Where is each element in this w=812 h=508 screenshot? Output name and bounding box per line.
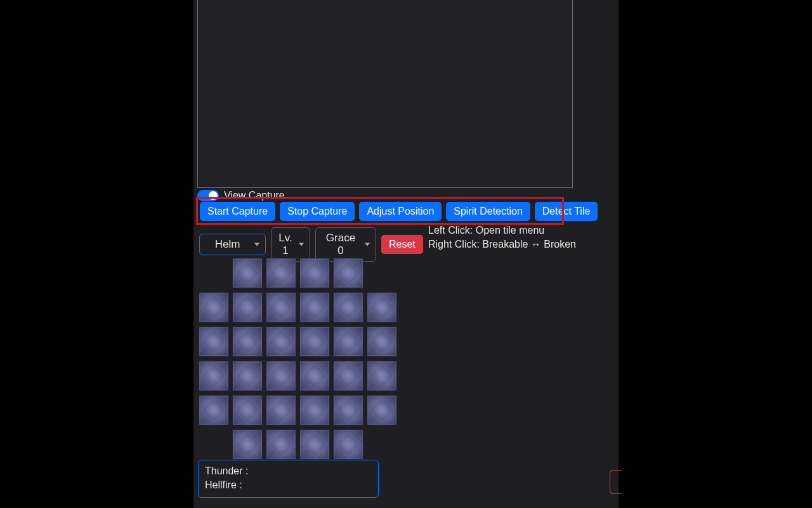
- tile[interactable]: [333, 326, 363, 357]
- spirit-detection-button[interactable]: Spirit Detection: [446, 202, 530, 221]
- tile-row: [199, 361, 400, 391]
- tile-row: [199, 429, 400, 460]
- tile[interactable]: [299, 258, 330, 288]
- status-box: Thunder : Hellfire :: [198, 460, 379, 498]
- capture-preview: [197, 0, 573, 188]
- tile-row: [199, 258, 400, 288]
- tile[interactable]: [266, 292, 296, 323]
- help-left-click: Left Click: Open tile menu: [428, 224, 576, 237]
- tile-row: [199, 326, 400, 357]
- detect-tile-button[interactable]: Detect Tile: [535, 202, 598, 221]
- tile[interactable]: [299, 429, 330, 460]
- tile[interactable]: [333, 429, 363, 460]
- start-capture-button[interactable]: Start Capture: [200, 202, 275, 221]
- tile[interactable]: [232, 258, 263, 288]
- reset-button[interactable]: Reset: [381, 235, 423, 254]
- tile[interactable]: [199, 326, 229, 357]
- tile[interactable]: [367, 326, 397, 357]
- tile[interactable]: [299, 326, 330, 357]
- tile[interactable]: [199, 361, 229, 391]
- tile[interactable]: [333, 258, 363, 288]
- tile[interactable]: [299, 292, 330, 323]
- tile[interactable]: [232, 292, 263, 323]
- controls-row: Helm Lv. 1 Grace 0 Reset: [199, 227, 423, 262]
- slot-select[interactable]: Helm: [199, 234, 266, 255]
- tile[interactable]: [367, 292, 397, 323]
- help-text: Left Click: Open tile menu Right Click: …: [428, 224, 576, 251]
- view-capture-label: View Capture: [224, 190, 285, 201]
- help-right-click: Right Click: Breakable ↔ Broken: [428, 237, 576, 251]
- tile-row: [199, 395, 400, 425]
- grace-select[interactable]: Grace 0: [315, 227, 376, 262]
- tile[interactable]: [266, 361, 296, 391]
- tile[interactable]: [232, 361, 263, 391]
- tile[interactable]: [266, 429, 296, 460]
- tile[interactable]: [232, 429, 263, 460]
- partial-right-button[interactable]: [610, 470, 622, 494]
- capture-button-row: Start Capture Stop Capture Adjust Positi…: [200, 202, 598, 221]
- tile[interactable]: [232, 326, 263, 357]
- tile[interactable]: [333, 292, 363, 323]
- app-panel: View Capture Start Capture Stop Capture …: [193, 0, 619, 508]
- tile[interactable]: [333, 361, 363, 391]
- view-capture-row: View Capture: [197, 189, 285, 202]
- tile-board: [199, 258, 400, 464]
- tile[interactable]: [299, 395, 330, 425]
- tile-spacer: [199, 429, 232, 460]
- tile-spacer: [199, 258, 232, 288]
- tile[interactable]: [232, 395, 263, 425]
- tile[interactable]: [333, 395, 363, 425]
- stop-capture-button[interactable]: Stop Capture: [280, 202, 355, 221]
- tile[interactable]: [199, 292, 229, 323]
- tile[interactable]: [266, 326, 296, 357]
- hellfire-status: Hellfire :: [205, 478, 372, 492]
- tile[interactable]: [299, 361, 330, 391]
- tile[interactable]: [199, 395, 229, 425]
- tile[interactable]: [367, 395, 397, 425]
- tile-row: [199, 292, 400, 323]
- tile[interactable]: [367, 361, 397, 391]
- thunder-status: Thunder :: [205, 464, 372, 478]
- level-select[interactable]: Lv. 1: [271, 227, 310, 262]
- tile[interactable]: [266, 258, 296, 288]
- view-capture-toggle[interactable]: [197, 190, 219, 201]
- tile[interactable]: [266, 395, 296, 425]
- adjust-position-button[interactable]: Adjust Position: [359, 202, 442, 221]
